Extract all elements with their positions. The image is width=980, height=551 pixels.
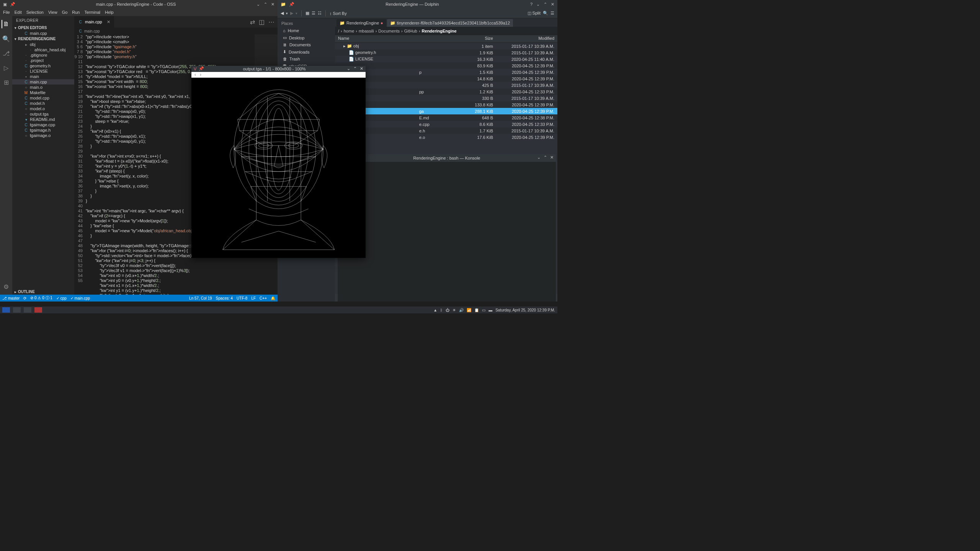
menu-terminal[interactable]: Terminal bbox=[85, 10, 101, 15]
path-breadcrumb[interactable]: /› home› mbassili› Documents› GitHub› Re… bbox=[335, 27, 557, 35]
eol[interactable]: LF bbox=[251, 296, 256, 300]
place-item[interactable]: ⌂Home bbox=[278, 27, 335, 34]
chevron-up-icon[interactable]: ⌃ bbox=[544, 155, 547, 160]
tree-item[interactable]: ·LICENSE bbox=[12, 68, 74, 74]
file-row[interactable]: E.md648 B2020-04-25 12:38 P.M. bbox=[335, 114, 557, 121]
file-row[interactable]: p1.5 KiB2020-04-25 12:39 P.M. bbox=[335, 69, 557, 75]
back-button[interactable]: ◀ bbox=[281, 11, 284, 16]
chevron-up-icon[interactable]: ⌃ bbox=[544, 2, 547, 7]
compare-icon[interactable]: ⇄ bbox=[250, 18, 255, 26]
file-row[interactable]: e.h1.7 KiB2015-01-17 10:39 A.M. bbox=[335, 127, 557, 134]
more-icon[interactable]: ⋯ bbox=[268, 18, 274, 26]
file-row[interactable]: 425 B2015-01-17 10:39 A.M. bbox=[335, 82, 557, 88]
close-tab-icon[interactable]: ✕ bbox=[107, 20, 110, 24]
col-size[interactable]: Size bbox=[466, 35, 496, 42]
tree-item[interactable]: ·.gitignore bbox=[12, 52, 74, 58]
tree-item[interactable]: Cgeometry.h bbox=[12, 63, 74, 68]
pin-icon[interactable]: 📌 bbox=[10, 2, 15, 7]
bell-icon[interactable]: 🔔 bbox=[271, 296, 275, 300]
tree-item[interactable]: MMakefile bbox=[12, 90, 74, 95]
tree-item[interactable]: Ctgaimage.cpp bbox=[12, 122, 74, 127]
help-icon[interactable]: ? bbox=[530, 2, 532, 7]
tree-item[interactable]: ▫output.tga bbox=[12, 111, 74, 117]
folder-header[interactable]: ▾RENDERINGENGINE bbox=[12, 36, 74, 42]
file-row[interactable]: 83.9 KiB2020-04-25 12:39 P.M. bbox=[335, 62, 557, 69]
prev-icon[interactable]: ‹ bbox=[194, 72, 196, 77]
open-editor-item[interactable]: Cmain.cpp bbox=[12, 31, 74, 36]
tree-item[interactable]: Cmodel.cpp bbox=[12, 95, 74, 101]
close-icon[interactable]: ✕ bbox=[271, 2, 274, 7]
explorer-icon[interactable]: 🗎 bbox=[2, 20, 10, 28]
tree-item[interactable]: ▪main bbox=[12, 74, 74, 79]
col-modified[interactable]: Modified bbox=[496, 35, 557, 42]
file-status[interactable]: ✓ main.cpp bbox=[70, 296, 90, 300]
tray-icon[interactable]: ▲ bbox=[433, 308, 437, 312]
taskbar-app[interactable] bbox=[34, 307, 42, 313]
forward-button[interactable]: ▶ bbox=[290, 11, 293, 16]
chevron-down-icon[interactable]: ⌄ bbox=[537, 155, 541, 160]
file-row[interactable]: 📄 LICENSE16.3 KiB2020-04-25 11:40 A.M. bbox=[335, 56, 557, 62]
place-item[interactable]: 🗎Documents bbox=[278, 41, 335, 48]
tree-item[interactable]: ○model.o bbox=[12, 106, 74, 111]
encoding[interactable]: UTF-8 bbox=[237, 296, 247, 300]
col-name[interactable]: Name bbox=[335, 35, 466, 42]
fwd-history-icon[interactable]: ▾ bbox=[296, 11, 297, 15]
file-row[interactable]: 133.8 KiB2020-04-25 12:39 P.M. bbox=[335, 101, 557, 108]
chevron-down-icon[interactable]: ⌄ bbox=[256, 2, 260, 7]
taskbar-app[interactable] bbox=[24, 307, 31, 313]
menu-edit[interactable]: Edit bbox=[15, 10, 22, 15]
sync-icon[interactable]: ⟳ bbox=[23, 296, 26, 300]
file-row[interactable]: pp1.2 KiB2020-04-25 12:33 P.M. bbox=[335, 88, 557, 95]
bluetooth-icon[interactable]: ᛒ bbox=[440, 308, 443, 312]
chevron-up-icon[interactable]: ⌃ bbox=[353, 66, 357, 71]
place-item[interactable]: ⬇Downloads bbox=[278, 48, 335, 55]
tree-item[interactable]: Cmain.cpp bbox=[12, 79, 74, 85]
file-row[interactable]: 14.8 KiB2020-04-25 12:39 P.M. bbox=[335, 75, 557, 82]
problems[interactable]: ⊘ 0 ⚠ 0 ⓘ 1 bbox=[30, 295, 52, 301]
brightness-icon[interactable]: ☀ bbox=[452, 308, 456, 312]
file-row[interactable]: ga288.1 KiB2020-04-25 12:39 P.M. bbox=[335, 108, 557, 114]
file-row[interactable]: e.o17.6 KiB2020-04-25 12:39 P.M. bbox=[335, 134, 557, 140]
menu-help[interactable]: Help bbox=[105, 10, 114, 15]
sort-button[interactable]: ↕ Sort By bbox=[330, 11, 347, 16]
menu-run[interactable]: Run bbox=[72, 10, 80, 15]
gear-icon[interactable]: ⚙ bbox=[2, 282, 10, 291]
close-icon[interactable]: ✕ bbox=[360, 66, 363, 71]
chevron-down-icon[interactable]: ⌄ bbox=[536, 2, 540, 7]
taskbar-app[interactable] bbox=[13, 307, 21, 313]
close-icon[interactable]: ✕ bbox=[551, 2, 554, 7]
menu-go[interactable]: Go bbox=[62, 10, 68, 15]
open-editors-header[interactable]: ▾OPEN EDITORS bbox=[12, 25, 74, 31]
file-row[interactable]: 📄 geometry.h1.9 KiB2015-01-17 10:39 A.M. bbox=[335, 49, 557, 56]
vscode-titlebar[interactable]: ▣ 📌 main.cpp - RenderingEngine - Code - … bbox=[0, 0, 278, 8]
tree-item[interactable]: ▸obj bbox=[12, 42, 74, 47]
back-history-icon[interactable]: ▾ bbox=[286, 11, 288, 15]
language-mode[interactable]: C++ bbox=[260, 296, 267, 300]
tree-item[interactable]: Cmodel.h bbox=[12, 101, 74, 106]
notifications-icon[interactable]: ▭ bbox=[482, 308, 485, 312]
tree-item[interactable]: ○tgaimage.o bbox=[12, 133, 74, 138]
tree-item[interactable]: Ctgaimage.h bbox=[12, 127, 74, 133]
split-editor-icon[interactable]: ◫ bbox=[259, 18, 265, 26]
compact-view-icon[interactable]: ☰ bbox=[312, 11, 315, 16]
dolphin-titlebar[interactable]: 📁 📌 RenderingEngine — Dolphin ? ⌄ ⌃ ✕ bbox=[278, 0, 557, 8]
file-row[interactable]: ▸ 📁 obj1 item2015-01-17 10:39 A.M. bbox=[335, 43, 557, 49]
close-icon[interactable]: ✕ bbox=[550, 155, 554, 160]
menu-file[interactable]: File bbox=[3, 10, 10, 15]
place-item[interactable]: ▭Desktop bbox=[278, 34, 335, 41]
next-icon[interactable]: › bbox=[200, 72, 201, 77]
network-icon[interactable]: 📶 bbox=[467, 308, 471, 312]
pin-icon[interactable]: 📌 bbox=[199, 66, 204, 71]
split-button[interactable]: ◫ Split bbox=[528, 11, 541, 16]
imgviewer-titlebar[interactable]: V 📌 output.tga - 1/1 - 800x800 - 100% ⌄ … bbox=[191, 66, 366, 72]
file-row[interactable]: e.cpp8.6 KiB2020-04-25 12:33 P.M. bbox=[335, 121, 557, 127]
battery-icon[interactable]: ▬ bbox=[488, 308, 492, 312]
extensions-icon[interactable]: ⊞ bbox=[2, 78, 10, 86]
clipboard-icon[interactable]: 📋 bbox=[474, 308, 479, 312]
debug-icon[interactable]: ▷ bbox=[2, 64, 10, 72]
indent[interactable]: Spaces: 4 bbox=[216, 296, 233, 300]
dolphin-tab[interactable]: 📁tinyrenderer-f6fecb7ad493264ecd15e23041… bbox=[387, 19, 513, 27]
cursor-pos[interactable]: Ln 57, Col 19 bbox=[189, 296, 212, 300]
git-branch[interactable]: ⎇ master bbox=[2, 296, 20, 300]
power-icon[interactable]: ⏻ bbox=[446, 308, 449, 312]
